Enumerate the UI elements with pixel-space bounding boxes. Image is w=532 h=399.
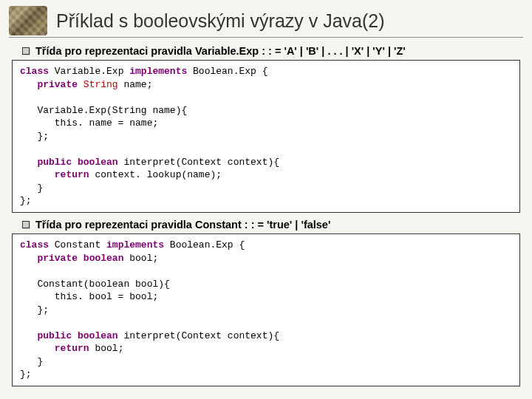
code-box-2: class Constant implements Boolean.Exp { …	[12, 233, 520, 386]
code: }	[20, 356, 43, 367]
fractal-logo-icon	[9, 6, 47, 35]
slide-title: Příklad s booleovskými výrazy v Java(2)	[56, 10, 385, 32]
kw: private	[20, 253, 83, 264]
kw: class	[20, 239, 49, 250]
code: };	[20, 304, 49, 316]
code: Boolean.Exp {	[187, 66, 267, 77]
kw: public boolean	[20, 330, 118, 341]
code: };	[20, 131, 49, 142]
kw: return	[20, 343, 89, 354]
code-box-1: class Variable.Exp implements Boolean.Ex…	[12, 60, 520, 213]
bullet-section-2: Třída pro reprezentaci pravidla Constant…	[22, 219, 523, 231]
bullet-text-1: Třída pro reprezentaci pravidla Variable…	[35, 45, 406, 57]
kw: implements	[106, 239, 164, 250]
type: String	[83, 79, 118, 90]
bullet-icon	[22, 47, 30, 55]
code: interpret(Context context){	[118, 157, 279, 168]
code: Variable.Exp(String name){	[20, 105, 187, 116]
code: this. bool = bool;	[20, 291, 158, 302]
slide: Příklad s booleovskými výrazy v Java(2) …	[0, 0, 532, 399]
kw: class	[20, 66, 49, 77]
code: Variable.Exp	[49, 66, 129, 77]
code: name;	[118, 79, 153, 90]
code: bool;	[123, 253, 158, 264]
bullet-text-2: Třída pro reprezentaci pravidla Constant…	[35, 219, 330, 231]
code: context. lookup(name);	[89, 169, 222, 180]
code: Constant	[49, 239, 106, 250]
code: this. name = name;	[20, 117, 158, 129]
code: Constant(boolean bool){	[20, 279, 170, 290]
kw: return	[20, 169, 89, 180]
code: Boolean.Exp {	[164, 239, 245, 250]
title-row: Příklad s booleovskými výrazy v Java(2)	[9, 6, 523, 38]
code: }	[20, 183, 43, 194]
bullet-icon	[22, 221, 30, 228]
code: interpret(Context context){	[118, 330, 279, 341]
kw: implements	[129, 66, 187, 77]
kw: public boolean	[20, 157, 118, 168]
type: boolean	[83, 253, 124, 264]
bullet-section-1: Třída pro reprezentaci pravidla Variable…	[22, 45, 523, 57]
code: };	[20, 195, 32, 206]
code: };	[20, 369, 32, 380]
code: bool;	[89, 343, 124, 354]
kw: private	[20, 79, 83, 90]
